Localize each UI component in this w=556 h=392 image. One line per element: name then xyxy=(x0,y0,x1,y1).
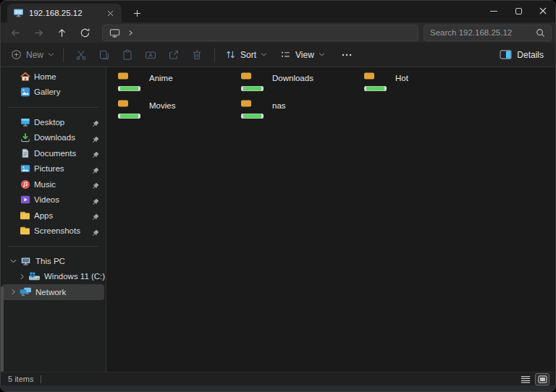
sidebar-divider xyxy=(8,107,98,108)
more-options-button[interactable] xyxy=(335,45,358,65)
paste-button[interactable] xyxy=(116,45,139,65)
new-tab-button[interactable] xyxy=(127,4,146,22)
chevron-right-icon[interactable] xyxy=(8,289,18,295)
command-toolbar: New xyxy=(1,43,555,67)
back-button[interactable] xyxy=(4,23,27,42)
drive-windows-icon xyxy=(28,271,41,282)
pictures-icon xyxy=(20,163,30,174)
refresh-button[interactable] xyxy=(73,23,96,42)
downloads-icon xyxy=(20,132,30,143)
network-computer-icon xyxy=(109,28,120,38)
sidebar-item-documents[interactable]: Documents xyxy=(2,145,104,161)
sidebar-item-label: Videos xyxy=(34,195,59,204)
new-button[interactable]: New xyxy=(8,45,57,65)
chevron-down-icon[interactable] xyxy=(8,259,18,263)
address-bar[interactable] xyxy=(102,25,418,41)
explorer-body: Home Gallery xyxy=(1,67,555,372)
sidebar-item-screenshots[interactable]: Screenshots xyxy=(2,223,104,239)
pin-icon xyxy=(91,165,99,173)
maximize-button[interactable] xyxy=(506,1,531,21)
sort-button-label: Sort xyxy=(240,50,256,60)
details-view-toggle[interactable] xyxy=(518,373,533,385)
sidebar-item-label: Network xyxy=(35,288,66,297)
sidebar-item-label: Gallery xyxy=(34,88,60,96)
up-button[interactable] xyxy=(50,23,73,42)
maximize-icon xyxy=(515,8,522,14)
close-icon xyxy=(539,7,547,14)
breadcrumb-chevron[interactable] xyxy=(128,30,133,36)
sidebar-item-home[interactable]: Home xyxy=(2,69,104,85)
documents-icon xyxy=(20,148,30,158)
explorer-tab[interactable]: 192.168.25.12 xyxy=(7,4,122,22)
pin-icon xyxy=(91,211,99,219)
search-placeholder: Search 192.168.25.12 xyxy=(430,28,536,37)
sidebar-item-label: Home xyxy=(34,72,56,81)
folder-icon xyxy=(117,71,143,93)
home-icon xyxy=(20,71,30,82)
sidebar-item-videos[interactable]: Videos xyxy=(2,192,104,208)
folder-tile-movies[interactable]: Movies xyxy=(117,96,240,124)
folder-tile-hot[interactable]: Hot xyxy=(363,69,486,96)
forward-icon xyxy=(33,27,44,38)
pin-icon xyxy=(91,149,99,157)
sidebar-item-windows-c-drive[interactable]: Windows 11 (C:) xyxy=(2,269,104,285)
sidebar-item-music[interactable]: Music xyxy=(2,176,104,192)
sidebar-item-desktop[interactable]: Desktop xyxy=(2,114,104,130)
toolbar-divider xyxy=(214,48,215,62)
view-button[interactable]: View xyxy=(276,45,329,65)
folder-icon xyxy=(20,210,30,221)
new-circle-plus-icon xyxy=(11,49,22,60)
minimize-button[interactable] xyxy=(481,1,506,21)
music-icon xyxy=(20,179,30,189)
chevron-right-icon[interactable] xyxy=(17,273,27,280)
sidebar-scrollbar-thumb[interactable] xyxy=(1,286,4,372)
sidebar-item-apps[interactable]: Apps xyxy=(2,208,104,223)
sidebar-item-network[interactable]: Network xyxy=(2,284,104,300)
sidebar-item-this-pc[interactable]: This PC xyxy=(2,253,104,269)
sidebar-item-label: Pictures xyxy=(34,164,64,173)
folder-name: Hot xyxy=(395,74,408,96)
network-icon xyxy=(20,286,32,297)
share-icon xyxy=(168,49,180,61)
window-bottom-edge xyxy=(1,385,555,391)
tab-title: 192.168.25.12 xyxy=(29,9,104,17)
forward-button[interactable] xyxy=(27,23,50,42)
chevron-down-icon xyxy=(319,53,325,56)
folder-icon xyxy=(240,71,266,93)
folder-name: Movies xyxy=(149,101,175,124)
folder-tile-downloads[interactable]: Downloads xyxy=(240,69,363,96)
cut-button[interactable] xyxy=(70,45,93,65)
tab-close-button[interactable] xyxy=(104,7,116,19)
share-button[interactable] xyxy=(162,45,185,65)
sidebar-item-label: Documents xyxy=(34,149,76,158)
delete-button[interactable] xyxy=(185,45,208,65)
sort-icon xyxy=(225,49,236,60)
delete-icon xyxy=(191,49,203,61)
status-divider xyxy=(41,375,41,383)
details-pane-icon xyxy=(500,50,512,59)
minimize-icon xyxy=(490,11,497,12)
view-icon xyxy=(280,49,291,60)
large-icons-view-toggle[interactable] xyxy=(535,373,549,385)
rename-button[interactable] xyxy=(139,45,162,65)
sidebar-item-pictures[interactable]: Pictures xyxy=(2,161,104,177)
folder-tile-anime[interactable]: Anime xyxy=(117,69,240,96)
close-button[interactable] xyxy=(531,1,555,21)
sort-button[interactable]: Sort xyxy=(221,45,271,65)
folder-view: Anime Downloads Hot Movies nas xyxy=(106,67,555,372)
search-box[interactable]: Search 192.168.25.12 xyxy=(424,25,552,41)
folder-icon xyxy=(240,98,266,120)
folder-tile-nas[interactable]: nas xyxy=(240,96,363,124)
navigation-pane: Home Gallery xyxy=(1,67,106,372)
refresh-icon xyxy=(80,27,90,38)
copy-button[interactable] xyxy=(93,45,116,65)
status-bar: 5 items xyxy=(1,372,555,385)
view-toggles xyxy=(518,373,549,385)
sidebar-item-label: Windows 11 (C:) xyxy=(44,272,105,281)
gallery-icon xyxy=(20,87,30,98)
sidebar-item-gallery[interactable]: Gallery xyxy=(2,85,104,101)
view-button-label: View xyxy=(295,50,314,60)
sidebar-item-downloads[interactable]: Downloads xyxy=(2,130,104,146)
details-pane-button[interactable]: Details xyxy=(497,45,547,65)
pin-icon xyxy=(91,196,99,204)
